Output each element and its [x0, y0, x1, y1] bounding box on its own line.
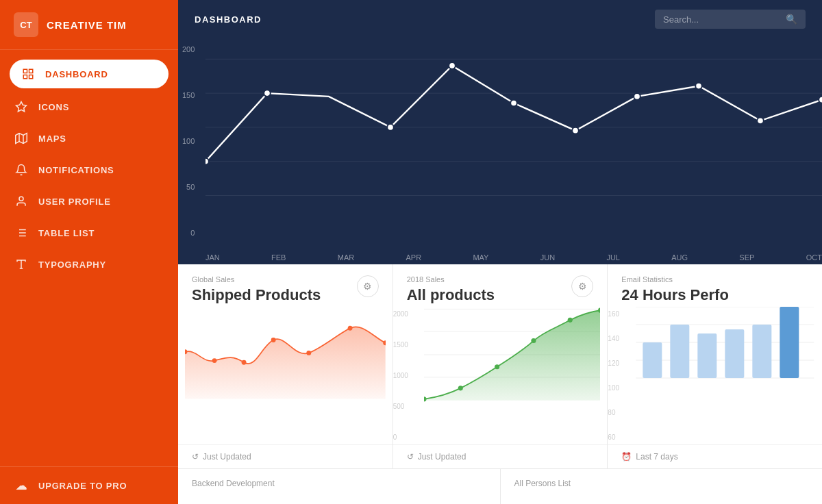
sidebar-item-user-profile[interactable]: USER PROFILE — [0, 186, 178, 217]
upgrade-to-pro-item[interactable]: ☁ UPGRADE TO PRO — [14, 478, 164, 493]
clock-icon-email: ⏰ — [621, 452, 632, 462]
svg-rect-3 — [29, 75, 33, 79]
svg-point-34 — [242, 360, 247, 365]
sidebar-item-maps[interactable]: MAPS — [0, 123, 178, 154]
sidebar-label-notifications: NOTIFICATIONS — [38, 165, 114, 175]
x-label-apr: APR — [406, 253, 421, 262]
cards-section: Global Sales Shipped Products ⚙ — [178, 264, 822, 468]
sidebar-nav: DASHBOARD ICONS MAPS NOTIFICATIONS USER … — [0, 50, 178, 466]
cloud-upload-icon: ☁ — [14, 478, 29, 493]
sidebar-item-notifications[interactable]: NOTIFICATIONS — [0, 154, 178, 186]
svg-rect-0 — [23, 69, 27, 73]
svg-rect-1 — [29, 69, 33, 73]
search-input[interactable] — [663, 14, 786, 25]
notifications-icon — [14, 162, 29, 177]
svg-marker-5 — [16, 134, 27, 144]
card-email-stats: Email Statistics 24 Hours Perfo 160 140 … — [608, 264, 822, 468]
topbar: DASHBOARD 🔍 — [178, 0, 822, 38]
bottom-title-persons: All Persons List — [514, 479, 809, 488]
chart-all: 2000 1500 1000 500 0 — [393, 307, 608, 444]
svg-point-28 — [634, 93, 640, 100]
x-label-jun: JUN — [540, 253, 555, 262]
svg-point-25 — [449, 62, 456, 69]
chart-shipped — [178, 307, 393, 444]
svg-rect-57 — [725, 329, 745, 378]
card-header-all: 2018 Sales All products ⚙ — [393, 264, 608, 307]
svg-point-30 — [757, 118, 764, 125]
bottom-card-persons: All Persons List — [501, 469, 823, 504]
main-chart-area: 200 150 100 50 0 — [178, 38, 822, 264]
gear-button-shipped[interactable]: ⚙ — [357, 275, 379, 297]
card-title-shipped: Shipped Products — [192, 286, 321, 304]
card-subtitle-shipped: Global Sales — [192, 275, 321, 284]
svg-point-22 — [206, 158, 209, 165]
svg-point-35 — [271, 338, 276, 342]
brand-name: CREATIVE TIM — [47, 19, 127, 31]
y-label-0: 0 — [182, 229, 199, 237]
brand-logo: CT — [14, 12, 38, 37]
svg-rect-58 — [753, 325, 772, 378]
svg-rect-54 — [643, 342, 662, 378]
svg-point-36 — [306, 351, 311, 355]
table-list-icon — [14, 225, 29, 240]
search-icon: 🔍 — [786, 14, 797, 25]
card-all-products: 2018 Sales All products ⚙ 2000 1500 1000… — [393, 264, 608, 468]
icons-icon — [14, 99, 29, 114]
card-subtitle-email: Email Statistics — [621, 275, 729, 284]
footer-text-all: Just Updated — [418, 452, 466, 462]
x-label-may: MAY — [473, 253, 488, 262]
sidebar-item-table-list[interactable]: TABLE LIST — [0, 217, 178, 249]
user-profile-icon — [14, 194, 29, 209]
sidebar-item-typography[interactable]: TYPOGRAPHY — [0, 249, 178, 280]
refresh-icon-shipped: ↺ — [192, 452, 199, 462]
x-label-oct: OCT — [806, 253, 822, 262]
card-header-email: Email Statistics 24 Hours Perfo — [608, 264, 822, 307]
dashboard-icon — [21, 66, 36, 81]
card-subtitle-all: 2018 Sales — [407, 275, 495, 284]
page-title: DASHBOARD — [195, 14, 262, 25]
x-label-mar: MAR — [338, 253, 354, 262]
maps-icon — [14, 131, 29, 146]
x-label-sep: SEP — [739, 253, 754, 262]
card-shipped-products: Global Sales Shipped Products ⚙ — [178, 264, 393, 468]
refresh-icon-all: ↺ — [407, 452, 414, 462]
y-label-200: 200 — [182, 45, 199, 53]
chart-email: 160 140 120 100 80 60 — [608, 307, 822, 444]
sidebar-label-table-list: TABLE LIST — [38, 228, 95, 238]
bottom-card-backend: Backend Development — [178, 469, 501, 504]
svg-point-23 — [264, 90, 271, 97]
sidebar-label-maps: MAPS — [38, 134, 66, 144]
card-footer-shipped: ↺ Just Updated — [178, 444, 393, 468]
sidebar-label-user-profile: USER PROFILE — [38, 197, 111, 207]
bottom-section: Backend Development All Persons List — [178, 468, 822, 504]
svg-point-24 — [387, 124, 394, 131]
main-line-chart — [206, 45, 822, 237]
sidebar-label-dashboard: DASHBOARD — [45, 69, 108, 79]
svg-point-29 — [695, 83, 702, 90]
sidebar-item-icons[interactable]: ICONS — [0, 91, 178, 123]
svg-point-43 — [424, 396, 427, 401]
search-box: 🔍 — [655, 10, 806, 29]
footer-text-email: Last 7 days — [636, 452, 677, 462]
sidebar-bottom: ☁ UPGRADE TO PRO — [0, 466, 178, 504]
sidebar-brand: CT CREATIVE TIM — [0, 0, 178, 50]
x-label-jan: JAN — [206, 253, 220, 262]
sidebar-label-icons: ICONS — [38, 102, 69, 112]
gear-button-all[interactable]: ⚙ — [571, 275, 593, 297]
card-footer-email: ⏰ Last 7 days — [608, 444, 822, 468]
card-header-shipped: Global Sales Shipped Products ⚙ — [178, 264, 393, 307]
y-label-50: 50 — [182, 183, 199, 191]
sidebar: CT CREATIVE TIM DASHBOARD ICONS MAPS NOT… — [0, 0, 178, 504]
x-label-jul: JUL — [606, 253, 620, 262]
svg-rect-55 — [671, 325, 690, 378]
svg-marker-4 — [16, 102, 27, 112]
svg-rect-59 — [780, 307, 799, 378]
svg-point-46 — [531, 338, 536, 343]
card-title-email: 24 Hours Perfo — [621, 286, 729, 304]
main-content: DASHBOARD 🔍 200 150 100 50 0 — [178, 0, 822, 504]
bottom-title-backend: Backend Development — [192, 479, 486, 488]
svg-point-33 — [212, 358, 217, 363]
sidebar-item-dashboard[interactable]: DASHBOARD — [10, 60, 169, 88]
svg-point-45 — [495, 364, 499, 369]
svg-point-27 — [572, 127, 579, 134]
